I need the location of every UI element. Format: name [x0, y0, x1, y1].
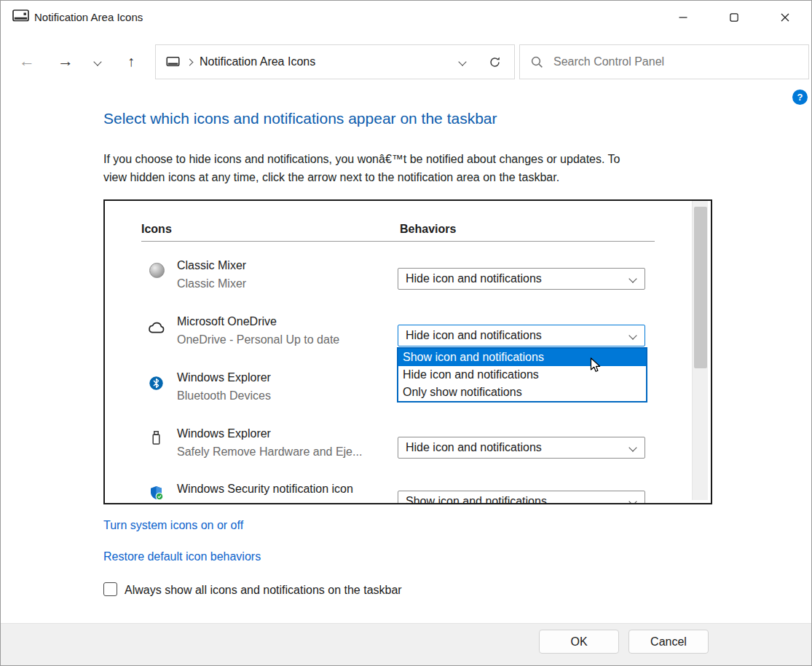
breadcrumb-location: Notification Area Icons [200, 55, 315, 68]
help-button[interactable]: ? [792, 90, 808, 105]
scrollbar-thumb[interactable] [694, 207, 707, 368]
header-divider [141, 241, 655, 242]
row-sub: OneDrive - Personal Up to date [177, 333, 339, 346]
app-icon [12, 9, 29, 26]
footer: OK Cancel [1, 623, 812, 666]
usb-drive-icon [151, 430, 162, 448]
behavior-select[interactable]: Show icon and notifications [398, 491, 645, 504]
bluetooth-icon [149, 376, 163, 393]
ok-button[interactable]: OK [539, 630, 619, 654]
chevron-down-icon [458, 58, 466, 66]
always-show-checkbox[interactable] [103, 582, 117, 596]
window-title: Notification Area Icons [34, 10, 143, 25]
dropdown-option-highlighted[interactable]: Show icon and notifications [398, 349, 646, 366]
row-name: Microsoft OneDrive [177, 315, 277, 328]
address-bar[interactable]: Notification Area Icons [155, 44, 515, 79]
location-icon [166, 57, 180, 68]
column-header-icons: Icons [141, 223, 172, 236]
always-show-checkbox-label: Always show all icons and notifications … [125, 584, 402, 597]
turn-system-icons-link[interactable]: Turn system icons on or off [103, 519, 243, 532]
behavior-select[interactable]: Hide icon and notifications [398, 437, 645, 459]
row-sub: Classic Mixer [177, 277, 246, 290]
behavior-dropdown-menu: Show icon and notifications Hide icon an… [397, 347, 647, 403]
chevron-down-icon [628, 274, 636, 282]
breadcrumb-chevron-icon [186, 58, 194, 66]
maximize-button[interactable] [717, 1, 751, 33]
security-shield-check-icon [149, 485, 164, 504]
row-name: Windows Security notification icon [177, 483, 353, 496]
refresh-button[interactable] [482, 47, 507, 76]
row-name: Windows Explorer [177, 427, 271, 440]
minimize-button[interactable] [666, 1, 700, 33]
dropdown-option[interactable]: Hide icon and notifications [398, 366, 646, 384]
address-dropdown-button[interactable] [450, 47, 475, 76]
refresh-icon [489, 56, 501, 68]
back-button[interactable]: ← [17, 50, 37, 72]
search-input[interactable] [552, 55, 798, 69]
behavior-select-open[interactable]: Hide icon and notifications [398, 325, 645, 346]
control-panel-window: Notification Area Icons ← → ↑ Notificati… [0, 0, 812, 666]
page-title: Select which icons and notifications app… [103, 110, 497, 127]
onedrive-cloud-icon [147, 322, 165, 337]
mouse-cursor-icon [590, 357, 601, 376]
close-button[interactable] [768, 1, 802, 33]
chevron-down-icon [628, 331, 636, 339]
search-icon [530, 55, 543, 68]
page-description: If you choose to hide icons and notifica… [103, 150, 634, 186]
search-box[interactable] [519, 44, 809, 79]
row-name: Windows Explorer [177, 371, 271, 384]
chevron-down-icon [628, 497, 636, 504]
chevron-down-icon [628, 443, 636, 451]
scrollbar[interactable] [692, 201, 708, 500]
column-header-behaviors: Behaviors [400, 223, 456, 236]
volume-speaker-icon [149, 263, 165, 278]
icon-behavior-list: Icons Behaviors Classic Mixer Classic Mi… [103, 199, 712, 504]
row-sub: Safely Remove Hardware and Eje... [177, 445, 362, 459]
dropdown-option[interactable]: Only show notifications [398, 384, 646, 401]
recent-pages-chevron-button[interactable] [90, 53, 105, 71]
titlebar: Notification Area Icons [1, 1, 812, 33]
behavior-select[interactable]: Hide icon and notifications [398, 268, 645, 290]
row-name: Classic Mixer [177, 259, 246, 272]
forward-button[interactable]: → [55, 50, 76, 72]
chevron-down-icon [93, 58, 101, 66]
row-sub: Bluetooth Devices [177, 389, 271, 403]
restore-defaults-link[interactable]: Restore default icon behaviors [103, 550, 261, 563]
up-button[interactable]: ↑ [121, 50, 141, 72]
cancel-button[interactable]: Cancel [628, 630, 709, 654]
